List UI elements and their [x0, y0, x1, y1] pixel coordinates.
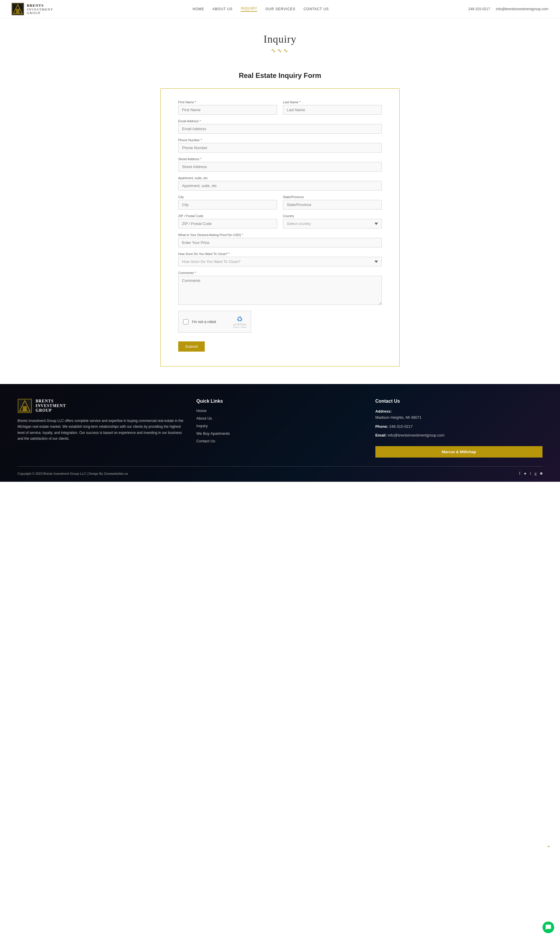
- email-row: Email Address *: [178, 119, 382, 134]
- social-icons: f ● t g ■: [519, 471, 543, 476]
- footer-logo-section: BRENTS INVESTMENT GROUP Brents Investmen…: [17, 399, 185, 457]
- quick-links-heading: Quick Links: [196, 399, 363, 404]
- footer-link-contact-a[interactable]: Contact Us: [196, 439, 215, 443]
- form-container: First Name * Last Name * Email Address *: [160, 88, 400, 366]
- phone-group: Phone Number *: [178, 138, 382, 152]
- street-input[interactable]: [178, 162, 382, 172]
- address-block: Address: Madison Heights, MI 48071: [375, 408, 543, 421]
- price-input[interactable]: [178, 238, 382, 248]
- apt-input[interactable]: [178, 181, 382, 191]
- email-block: Email: info@brentsinvestmentgroup.com: [375, 433, 543, 439]
- comments-label: Comments *: [178, 271, 382, 275]
- email-input[interactable]: [178, 124, 382, 134]
- header-email: info@brentsinvestmentgroup.com: [496, 7, 548, 11]
- facebook-icon[interactable]: f: [519, 471, 521, 476]
- captcha-area: I'm not a robot ♻ reCAPTCHA Privacy - Te…: [178, 311, 382, 332]
- title-decoration: ∿∿∿: [6, 47, 554, 54]
- phone-block: Phone: 248-315-0217: [375, 424, 543, 430]
- logo[interactable]: BRENTS INVESTMENT GROUP: [12, 3, 53, 15]
- country-select[interactable]: Select country United States Canada Unit…: [283, 219, 382, 228]
- page-title: Inquiry: [6, 33, 554, 45]
- form-section: Real Estate Inquiry Form First Name * La…: [149, 63, 411, 384]
- captcha-checkbox[interactable]: [183, 319, 188, 325]
- phone-row: Phone Number *: [178, 138, 382, 152]
- apt-row: Apartment, suite, etc: [178, 176, 382, 191]
- state-label: State/Province: [283, 195, 382, 199]
- footer-grid: BRENTS INVESTMENT GROUP Brents Investmen…: [17, 399, 543, 457]
- twitter-icon[interactable]: t: [530, 471, 531, 476]
- city-input[interactable]: [178, 200, 277, 209]
- close-group: How Soon Do You Want To Close? * How Soo…: [178, 252, 382, 266]
- footer-link-inquiry: Inquiry: [196, 424, 363, 428]
- state-input[interactable]: [283, 200, 382, 209]
- logo-investment: INVESTMENT: [27, 8, 53, 11]
- submit-button[interactable]: Submit: [178, 342, 205, 352]
- city-state-row: City State/Province: [178, 195, 382, 209]
- footer-link-home-a[interactable]: Home: [196, 408, 206, 413]
- close-select[interactable]: How Soon Do You Want To Close? As Soon A…: [178, 257, 382, 266]
- footer-link-about-a[interactable]: About Us: [196, 416, 212, 420]
- footer-logo-text: BRENTS INVESTMENT GROUP: [35, 399, 66, 413]
- close-row: How Soon Do You Want To Close? * How Soo…: [178, 252, 382, 266]
- nav-about[interactable]: ABOUT US: [212, 7, 232, 11]
- comments-textarea[interactable]: [178, 276, 382, 305]
- footer-bottom: Copyright © 2023 Brents Investment Group…: [17, 466, 543, 476]
- comments-group: Comments *: [178, 271, 382, 305]
- street-label: Street Address *: [178, 157, 382, 161]
- footer-logo: BRENTS INVESTMENT GROUP: [17, 399, 185, 413]
- country-group: Country Select country United States Can…: [283, 214, 382, 228]
- captcha-label: I'm not a robot: [192, 320, 216, 324]
- country-label: Country: [283, 214, 382, 218]
- footer-link-apartments: We Buy Apartments: [196, 431, 363, 436]
- inquiry-form: First Name * Last Name * Email Address *: [178, 100, 382, 352]
- footer-link-contact: Contact Us: [196, 439, 363, 443]
- footer-link-apartments-a[interactable]: We Buy Apartments: [196, 431, 230, 436]
- zip-input[interactable]: [178, 219, 277, 228]
- zip-label: ZIP / Postal Code: [178, 214, 277, 218]
- googleplus-icon[interactable]: g: [535, 471, 537, 476]
- instagram-icon[interactable]: ●: [524, 471, 526, 476]
- nav-inquiry[interactable]: INQUIRY: [241, 6, 257, 12]
- phone-input[interactable]: [178, 143, 382, 152]
- header-phone: 248-315-0217: [468, 7, 490, 11]
- city-label: City: [178, 195, 277, 199]
- street-group: Street Address *: [178, 157, 382, 172]
- footer-link-inquiry-a[interactable]: Inquiry: [196, 424, 208, 428]
- contact-heading: Contact Us: [375, 399, 543, 404]
- footer-investment: INVESTMENT: [35, 403, 66, 408]
- footer-phone-value: 248-315-0217: [389, 424, 413, 429]
- logo-group: GROUP: [27, 11, 53, 15]
- footer-phone-label: Phone:: [375, 424, 388, 429]
- address-value: Madison Heights, MI 48071: [375, 415, 422, 420]
- recaptcha-text: reCAPTCHA: [233, 323, 246, 326]
- captcha-box: I'm not a robot ♻ reCAPTCHA Privacy - Te…: [178, 311, 251, 332]
- nav-home[interactable]: HOME: [192, 7, 204, 11]
- last-name-input[interactable]: [283, 105, 382, 115]
- first-name-input[interactable]: [178, 105, 277, 115]
- nav-contact[interactable]: CONTACT US: [304, 7, 329, 11]
- nav-services[interactable]: OUR SERVICES: [265, 7, 295, 11]
- email-group: Email Address *: [178, 119, 382, 134]
- name-row: First Name * Last Name *: [178, 100, 382, 115]
- footer-email-value: info@brentsinvestmentgroup.com: [388, 433, 445, 437]
- footer-link-home: Home: [196, 408, 363, 413]
- phone-label: Phone Number *: [178, 138, 382, 142]
- price-label: What Is Your Desired Asking Price?(in US…: [178, 233, 382, 237]
- svg-rect-7: [23, 406, 27, 411]
- email-label: Email Address *: [178, 119, 382, 123]
- quick-links-list: Home About Us Inquiry We Buy Apartments …: [196, 408, 363, 443]
- marcus-button[interactable]: Marcus & Millichap: [375, 446, 543, 457]
- website-icon[interactable]: ■: [540, 471, 543, 476]
- price-group: What Is Your Desired Asking Price?(in US…: [178, 233, 382, 248]
- captcha-logo: ♻ reCAPTCHA Privacy - Terms: [233, 315, 246, 328]
- footer: BRENTS INVESTMENT GROUP Brents Investmen…: [0, 384, 560, 482]
- price-row: What Is Your Desired Asking Price?(in US…: [178, 233, 382, 248]
- footer-description: Brents Investment Group LLC offers compl…: [17, 418, 185, 442]
- footer-logo-icon: [17, 399, 32, 413]
- form-heading: Real Estate Inquiry Form: [160, 71, 400, 80]
- city-group: City: [178, 195, 277, 209]
- main-nav: HOME ABOUT US INQUIRY OUR SERVICES CONTA…: [192, 6, 329, 12]
- svg-rect-3: [16, 9, 20, 14]
- zip-group: ZIP / Postal Code: [178, 214, 277, 228]
- header-contact: 248-315-0217 info@brentsinvestmentgroup.…: [468, 7, 548, 11]
